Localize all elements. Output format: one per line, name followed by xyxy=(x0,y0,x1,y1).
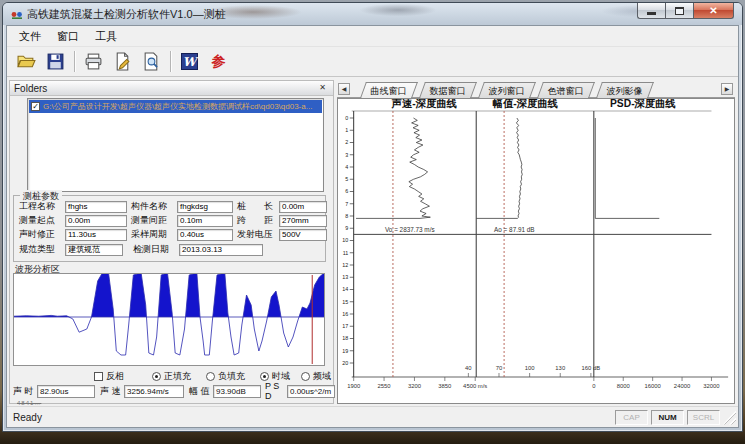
minimize-button[interactable] xyxy=(637,3,665,19)
waveform-box[interactable] xyxy=(13,273,325,366)
menu-file[interactable]: 文件 xyxy=(11,27,49,46)
param-field[interactable]: fhghs xyxy=(65,201,127,213)
parameters-button[interactable]: 参 xyxy=(205,49,232,74)
svg-text:PSD-深度曲线: PSD-深度曲线 xyxy=(610,99,676,109)
readouts-row: 声 时 82.90us 声 速 3256.94m/s 幅 值 93.90dB P… xyxy=(13,384,333,398)
status-bar: Ready CAP NUM SCRL xyxy=(7,406,738,427)
folder-path: G:\公司产品设计开发\超声仪器\超声仪实地检测数据调试样cd\qd03\qd0… xyxy=(43,101,312,112)
printer-icon xyxy=(84,52,103,71)
tabs-scroll-left-button[interactable]: ◀ xyxy=(338,83,350,95)
fill-negative-option[interactable]: 负填充 xyxy=(206,370,245,383)
minimize-icon xyxy=(647,12,656,15)
param-label: 测量间距 xyxy=(131,214,177,227)
svg-text:1: 1 xyxy=(345,127,348,133)
freq-domain-option[interactable]: 频域 xyxy=(301,370,331,383)
param-field[interactable]: 0.10m xyxy=(177,215,233,227)
tab-wavetrain-image[interactable]: 波列影像 xyxy=(596,82,654,98)
psd-field[interactable]: 0.00us^2/m xyxy=(287,385,335,398)
status-text: Ready xyxy=(7,412,615,423)
tabs-scroll-right-button[interactable]: ▶ xyxy=(721,83,733,95)
params-icon: 参 xyxy=(212,53,226,71)
tab-wavetrain-window[interactable]: 波列窗口 xyxy=(478,82,536,98)
print-button[interactable] xyxy=(80,49,107,74)
fill-negative-radio[interactable] xyxy=(206,372,215,381)
panel-close-icon[interactable]: ✕ xyxy=(316,82,329,94)
param-field[interactable]: 2013.03.13 xyxy=(179,244,263,256)
close-button[interactable]: ✕ xyxy=(693,3,734,19)
invert-checkbox[interactable] xyxy=(94,372,103,381)
tab-data-window[interactable]: 数据窗口 xyxy=(419,82,477,98)
open-button[interactable] xyxy=(13,49,40,74)
toolbar: W 参 xyxy=(7,47,738,77)
param-field[interactable]: 0.00m xyxy=(65,215,127,227)
param-field[interactable]: 0.00m xyxy=(279,201,327,213)
param-field[interactable]: 500V xyxy=(279,229,327,241)
param-label: 构件名称 xyxy=(131,200,177,213)
svg-text:2: 2 xyxy=(345,139,348,145)
invert-option[interactable]: 反相 xyxy=(94,370,124,383)
folders-panel-caption: Folders ✕ xyxy=(10,81,333,96)
svg-text:3850: 3850 xyxy=(438,383,452,389)
svg-text:Ao = 87.91 dB: Ao = 87.91 dB xyxy=(494,226,534,233)
folder-checkbox[interactable]: ✓ xyxy=(31,102,40,111)
maximize-button[interactable] xyxy=(665,3,693,19)
pile-params-group: 测桩参数 工程名称 fhghs 构件名称 fhgkdsg 桩 长 0.00m 测… xyxy=(13,195,326,262)
open-folder-icon xyxy=(17,52,36,71)
invert-label: 反相 xyxy=(106,370,124,383)
chart-panel: ◀ 曲线窗口 数据窗口 波列窗口 色谱窗口 波列影像 ▶ 01234567891… xyxy=(337,80,735,404)
folders-panel: Folders ✕ ✓ G:\公司产品设计开发\超声仪器\超声仪实地检测数据调试… xyxy=(9,80,334,404)
svg-text:6: 6 xyxy=(345,188,348,194)
svg-text:7: 7 xyxy=(345,201,348,207)
menubar: 文件 窗口 工具 xyxy=(7,26,738,47)
print-preview-button[interactable] xyxy=(138,49,165,74)
sound-time-field[interactable]: 82.90us xyxy=(37,385,95,398)
word-export-button[interactable]: W xyxy=(176,49,203,74)
freq-domain-label: 频域 xyxy=(313,370,331,383)
depth-charts-area[interactable]: 01234567891011121314151617181920声速-深度曲线1… xyxy=(337,98,735,404)
svg-text:160 dB: 160 dB xyxy=(582,365,601,371)
param-label: 桩 长 xyxy=(237,200,279,213)
menu-tools[interactable]: 工具 xyxy=(87,27,125,46)
menu-window[interactable]: 窗口 xyxy=(49,27,87,46)
toolbar-separator xyxy=(170,51,171,72)
tab-spectrum-window[interactable]: 色谱窗口 xyxy=(537,82,595,98)
resize-grip[interactable] xyxy=(723,410,736,425)
fill-positive-radio[interactable] xyxy=(152,372,161,381)
folder-list[interactable]: ✓ G:\公司产品设计开发\超声仪器\超声仪实地检测数据调试样cd\qd03\q… xyxy=(27,98,324,192)
titlebar[interactable]: 高铁建筑混凝土检测分析软件V1.0—测桩 ✕ xyxy=(3,3,742,25)
folders-panel-title: Folders xyxy=(14,83,47,94)
freq-domain-radio[interactable] xyxy=(301,372,310,381)
svg-text:10: 10 xyxy=(342,237,348,243)
param-field[interactable]: 0.40us xyxy=(177,229,233,241)
export-report-button[interactable] xyxy=(109,49,136,74)
sound-velocity-field[interactable]: 3256.94m/s xyxy=(124,385,184,398)
time-domain-radio[interactable] xyxy=(260,372,269,381)
param-field[interactable]: fhgkdsg xyxy=(177,201,233,213)
svg-text:3200: 3200 xyxy=(408,383,422,389)
svg-text:4: 4 xyxy=(345,164,348,170)
svg-text:15: 15 xyxy=(342,299,348,305)
param-label: 发射电压 xyxy=(237,228,279,241)
sound-time-label: 声 时 xyxy=(13,385,37,398)
svg-text:16000: 16000 xyxy=(644,383,661,389)
tab-curve-window[interactable]: 曲线窗口 xyxy=(360,82,418,98)
fill-positive-option[interactable]: 正填充 xyxy=(152,370,191,383)
svg-text:5: 5 xyxy=(345,176,348,182)
folder-list-item[interactable]: ✓ G:\公司产品设计开发\超声仪器\超声仪实地检测数据调试样cd\qd03\q… xyxy=(29,100,322,113)
svg-text:12: 12 xyxy=(342,262,348,268)
svg-text:9: 9 xyxy=(345,225,348,231)
app-window: 高铁建筑混凝土检测分析软件V1.0—测桩 ✕ 文件 窗口 工具 xyxy=(2,2,743,432)
fill-negative-label: 负填充 xyxy=(218,370,245,383)
svg-text:Vo = 2837.73 m/s: Vo = 2837.73 m/s xyxy=(385,226,435,233)
save-icon xyxy=(46,52,65,71)
svg-text:20: 20 xyxy=(342,360,348,366)
save-button[interactable] xyxy=(42,49,69,74)
amplitude-field[interactable]: 93.90dB xyxy=(213,385,261,398)
param-label: 工程名称 xyxy=(19,200,65,213)
param-field[interactable]: 建筑规范 xyxy=(65,244,123,256)
param-field[interactable]: 270mm xyxy=(279,215,327,227)
svg-text:0: 0 xyxy=(345,115,348,121)
amplitude-label: 幅 值 xyxy=(189,385,213,398)
svg-text:100: 100 xyxy=(525,365,535,371)
param-field[interactable]: 11.30us xyxy=(65,229,127,241)
